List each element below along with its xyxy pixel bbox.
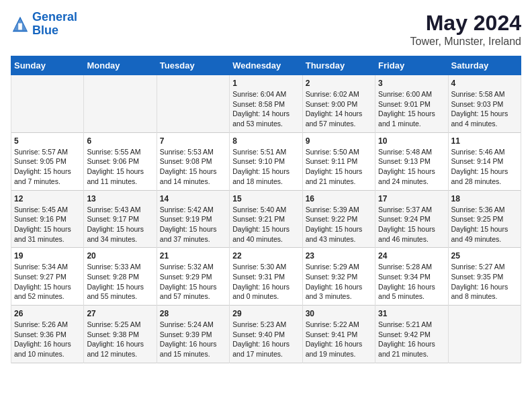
day-number: 11 [451,136,518,146]
calendar-cell: 23Sunrise: 5:29 AMSunset: 9:32 PMDayligh… [302,248,375,306]
calendar-cell: 10Sunrise: 5:48 AMSunset: 9:13 PMDayligh… [375,132,448,190]
day-number: 6 [87,136,153,146]
day-info: Sunrise: 5:21 AMSunset: 9:42 PMDaylight:… [378,320,445,359]
day-number: 12 [14,194,81,203]
day-info: Sunrise: 5:36 AMSunset: 9:25 PMDaylight:… [451,205,518,244]
logo: General Blue [11,11,77,38]
day-info: Sunrise: 5:58 AMSunset: 9:03 PMDaylight:… [451,89,518,129]
day-info: Sunrise: 5:23 AMSunset: 9:40 PMDaylight:… [232,320,299,359]
calendar-cell: 19Sunrise: 5:34 AMSunset: 9:27 PMDayligh… [11,248,84,306]
day-info: Sunrise: 5:34 AMSunset: 9:27 PMDaylight:… [14,262,81,302]
calendar-header-row: Sunday Monday Tuesday Wednesday Thursday… [11,56,521,75]
calendar-cell: 25Sunrise: 5:27 AMSunset: 9:35 PMDayligh… [448,248,521,306]
logo-line1: General [32,10,77,24]
calendar-cell [448,306,521,363]
day-info: Sunrise: 5:30 AMSunset: 9:31 PMDaylight:… [232,262,299,302]
logo-icon [11,15,30,34]
calendar-cell: 13Sunrise: 5:43 AMSunset: 9:17 PMDayligh… [84,190,157,248]
calendar-week-row: 1Sunrise: 6:04 AMSunset: 8:58 PMDaylight… [11,75,521,133]
calendar-cell [11,75,84,133]
day-number: 27 [87,309,153,318]
day-number: 4 [451,79,518,88]
day-info: Sunrise: 6:02 AMSunset: 9:00 PMDaylight:… [306,89,372,129]
day-number: 7 [160,136,226,146]
day-info: Sunrise: 5:27 AMSunset: 9:35 PMDaylight:… [451,262,518,302]
calendar-cell: 8Sunrise: 5:51 AMSunset: 9:10 PMDaylight… [230,132,302,190]
calendar-cell: 21Sunrise: 5:32 AMSunset: 9:29 PMDayligh… [157,248,229,306]
calendar-cell: 9Sunrise: 5:50 AMSunset: 9:11 PMDaylight… [302,132,375,190]
day-number: 19 [14,251,81,261]
day-info: Sunrise: 5:42 AMSunset: 9:19 PMDaylight:… [160,205,226,244]
day-info: Sunrise: 5:45 AMSunset: 9:16 PMDaylight:… [14,205,81,244]
calendar-cell: 15Sunrise: 5:40 AMSunset: 9:21 PMDayligh… [230,190,302,248]
calendar-subtitle: Tower, Munster, Ireland [410,36,521,48]
day-info: Sunrise: 5:57 AMSunset: 9:05 PMDaylight:… [14,147,81,187]
day-info: Sunrise: 5:51 AMSunset: 9:10 PMDaylight:… [232,147,299,187]
calendar-cell [157,75,229,133]
day-info: Sunrise: 5:28 AMSunset: 9:34 PMDaylight:… [378,262,445,302]
calendar-cell: 1Sunrise: 6:04 AMSunset: 8:58 PMDaylight… [230,75,302,133]
header-saturday: Saturday [448,56,521,75]
calendar-cell: 27Sunrise: 5:25 AMSunset: 9:38 PMDayligh… [84,306,157,363]
day-info: Sunrise: 5:22 AMSunset: 9:41 PMDaylight:… [306,320,372,359]
day-number: 10 [378,136,445,146]
calendar-week-row: 5Sunrise: 5:57 AMSunset: 9:05 PMDaylight… [11,132,521,190]
calendar-cell: 22Sunrise: 5:30 AMSunset: 9:31 PMDayligh… [230,248,302,306]
day-number: 20 [87,251,153,261]
calendar-week-row: 12Sunrise: 5:45 AMSunset: 9:16 PMDayligh… [11,190,521,248]
calendar-cell: 26Sunrise: 5:26 AMSunset: 9:36 PMDayligh… [11,306,84,363]
calendar-cell: 6Sunrise: 5:55 AMSunset: 9:06 PMDaylight… [84,132,157,190]
day-number: 22 [232,251,299,261]
day-number: 3 [378,79,445,88]
svg-rect-2 [18,23,22,30]
calendar-cell: 17Sunrise: 5:37 AMSunset: 9:24 PMDayligh… [375,190,448,248]
calendar-cell: 2Sunrise: 6:02 AMSunset: 9:00 PMDaylight… [302,75,375,133]
day-number: 30 [306,309,372,318]
day-info: Sunrise: 5:43 AMSunset: 9:17 PMDaylight:… [87,205,153,244]
header-friday: Friday [375,56,448,75]
day-number: 18 [451,194,518,203]
calendar-cell [84,75,157,133]
calendar-cell: 7Sunrise: 5:53 AMSunset: 9:08 PMDaylight… [157,132,229,190]
calendar-cell: 3Sunrise: 6:00 AMSunset: 9:01 PMDaylight… [375,75,448,133]
day-info: Sunrise: 5:55 AMSunset: 9:06 PMDaylight:… [87,147,153,187]
day-info: Sunrise: 5:37 AMSunset: 9:24 PMDaylight:… [378,205,445,244]
day-number: 8 [232,136,299,146]
page-header: General Blue May 2024 Tower, Munster, Ir… [11,11,521,48]
day-info: Sunrise: 5:46 AMSunset: 9:14 PMDaylight:… [451,147,518,187]
header-wednesday: Wednesday [230,56,302,75]
calendar-cell: 18Sunrise: 5:36 AMSunset: 9:25 PMDayligh… [448,190,521,248]
day-info: Sunrise: 5:32 AMSunset: 9:29 PMDaylight:… [160,262,226,302]
day-info: Sunrise: 5:48 AMSunset: 9:13 PMDaylight:… [378,147,445,187]
header-sunday: Sunday [11,56,84,75]
day-number: 25 [451,251,518,261]
calendar-cell: 16Sunrise: 5:39 AMSunset: 9:22 PMDayligh… [302,190,375,248]
calendar-cell: 24Sunrise: 5:28 AMSunset: 9:34 PMDayligh… [375,248,448,306]
day-number: 24 [378,251,445,261]
calendar-cell: 28Sunrise: 5:24 AMSunset: 9:39 PMDayligh… [157,306,229,363]
day-info: Sunrise: 5:29 AMSunset: 9:32 PMDaylight:… [306,262,372,302]
calendar-cell: 5Sunrise: 5:57 AMSunset: 9:05 PMDaylight… [11,132,84,190]
day-number: 17 [378,194,445,203]
calendar-title: May 2024 [410,11,521,36]
header-tuesday: Tuesday [157,56,229,75]
calendar-cell: 14Sunrise: 5:42 AMSunset: 9:19 PMDayligh… [157,190,229,248]
logo-text: General Blue [32,11,77,38]
day-info: Sunrise: 5:50 AMSunset: 9:11 PMDaylight:… [306,147,372,187]
calendar-week-row: 19Sunrise: 5:34 AMSunset: 9:27 PMDayligh… [11,248,521,306]
day-number: 23 [306,251,372,261]
calendar-cell: 30Sunrise: 5:22 AMSunset: 9:41 PMDayligh… [302,306,375,363]
header-thursday: Thursday [302,56,375,75]
day-info: Sunrise: 5:40 AMSunset: 9:21 PMDaylight:… [232,205,299,244]
title-block: May 2024 Tower, Munster, Ireland [410,11,521,48]
day-info: Sunrise: 5:25 AMSunset: 9:38 PMDaylight:… [87,320,153,359]
calendar-cell: 12Sunrise: 5:45 AMSunset: 9:16 PMDayligh… [11,190,84,248]
header-monday: Monday [84,56,157,75]
day-number: 29 [232,309,299,318]
day-number: 15 [232,194,299,203]
calendar-cell: 29Sunrise: 5:23 AMSunset: 9:40 PMDayligh… [230,306,302,363]
calendar-cell: 31Sunrise: 5:21 AMSunset: 9:42 PMDayligh… [375,306,448,363]
logo-line2: Blue [32,24,58,37]
day-info: Sunrise: 5:24 AMSunset: 9:39 PMDaylight:… [160,320,226,359]
day-number: 2 [306,79,372,88]
